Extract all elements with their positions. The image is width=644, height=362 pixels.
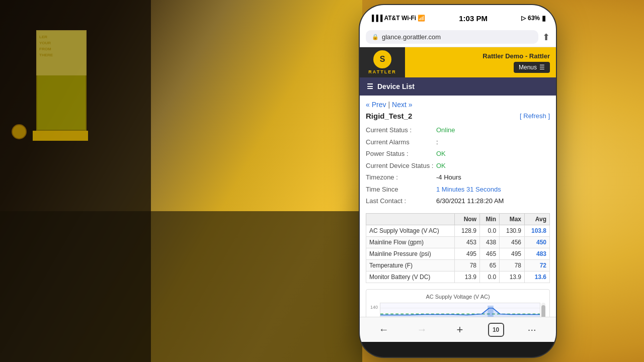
- url-text[interactable]: glance.gorattler.com: [382, 33, 441, 41]
- table-cell-avg: 103.8: [525, 225, 550, 236]
- current-alarms-row: Current Alarms :: [366, 137, 550, 147]
- refresh-link[interactable]: [ Refresh ]: [520, 112, 550, 120]
- battery-icon: ▮: [542, 14, 546, 22]
- current-status-value: Online: [436, 125, 455, 135]
- content-area: « Prev | Next » Rigid_Test_2 [ Refresh ]…: [360, 96, 556, 317]
- table-cell-label: Mainline Flow (gpm): [366, 236, 455, 248]
- logo-icon: S: [373, 50, 391, 68]
- power-status-label: Power Status :: [366, 149, 436, 159]
- signal-wifi-area: ▐▐▐ AT&T Wi-Fi 📶: [370, 15, 425, 22]
- tab-count-button[interactable]: 10: [488, 323, 504, 337]
- last-contact-row: Last Contact : 6/30/2021 11:28:20 AM: [366, 196, 550, 206]
- back-button[interactable]: ←: [374, 320, 394, 340]
- device-status-value: OK: [436, 161, 446, 171]
- current-alarms-value: :: [436, 137, 438, 147]
- status-bar: ▐▐▐ AT&T Wi-Fi 📶 1:03 PM ▷ 63% ▮: [360, 5, 556, 27]
- col-header-avg: Avg: [525, 213, 550, 225]
- table-cell-avg: 13.6: [525, 271, 550, 283]
- menus-label: Menus: [519, 64, 537, 71]
- time-since-row: Time Since 1 Minutes 31 Seconds: [366, 185, 550, 195]
- table-cell-now: 128.9: [455, 225, 480, 236]
- url-bar[interactable]: 🔒 glance.gorattler.com ⬆: [360, 27, 556, 47]
- power-status-row: Power Status : OK: [366, 149, 550, 159]
- current-status-label: Current Status :: [366, 125, 436, 135]
- chart-scroll-thumb: [541, 305, 545, 317]
- device-title-row: Rigid_Test_2 [ Refresh ]: [366, 112, 550, 120]
- forward-button[interactable]: →: [412, 320, 432, 340]
- device-list-title: Device List: [377, 82, 415, 90]
- col-header-label: [366, 213, 455, 225]
- url-input-area[interactable]: 🔒 glance.gorattler.com: [366, 30, 538, 44]
- table-cell-label: AC Supply Voltage (V AC): [366, 225, 455, 236]
- table-cell-label: Mainline Pressure (psi): [366, 248, 455, 259]
- hamburger-icon-2: ☰: [367, 82, 373, 90]
- table-cell-max: 13.9: [500, 271, 525, 283]
- demo-title: Rattler Demo - Rattler: [482, 52, 550, 60]
- prev-link[interactable]: « Prev: [366, 101, 386, 109]
- phone-frame: ▐▐▐ AT&T Wi-Fi 📶 1:03 PM ▷ 63% ▮ 🔒 glanc…: [360, 5, 556, 357]
- share-icon[interactable]: ⬆: [542, 32, 550, 43]
- battery-area: ▷ 63% ▮: [521, 14, 546, 22]
- table-cell-min: 0.0: [480, 271, 500, 283]
- table-cell-min: 465: [480, 248, 500, 259]
- header-right: Rattler Demo - Rattler Menus ☰: [405, 47, 556, 77]
- app-header: S RATTLER Rattler Demo - Rattler Menus ☰: [360, 47, 556, 77]
- menus-button[interactable]: Menus ☰: [514, 62, 550, 73]
- table-row: AC Supply Voltage (V AC) 128.9 0.0 130.9…: [366, 225, 550, 236]
- location-icon: ▷: [521, 15, 526, 22]
- device-list-header: ☰ Device List: [360, 77, 556, 96]
- chart-area: [380, 303, 540, 317]
- chart-container: AC Supply Voltage (V AC) 140 120 80: [366, 289, 550, 317]
- status-info-table: Current Status : Online Current Alarms :…: [366, 125, 550, 208]
- table-cell-now: 453: [455, 236, 480, 248]
- table-cell-now: 78: [455, 259, 480, 271]
- time-since-value: 1 Minutes 31 Seconds: [436, 185, 501, 195]
- lock-icon: 🔒: [372, 34, 379, 40]
- chart-svg: [380, 303, 540, 317]
- time-since-label: Time Since: [366, 185, 436, 195]
- table-cell-max: 78: [500, 259, 525, 271]
- table-row: Mainline Pressure (psi) 495 465 495 483: [366, 248, 550, 259]
- nav-links: « Prev | Next »: [366, 101, 550, 109]
- power-status-value: OK: [436, 149, 446, 159]
- hamburger-icon: ☰: [539, 64, 545, 71]
- table-cell-now: 13.9: [455, 271, 480, 283]
- more-button[interactable]: ···: [522, 320, 542, 340]
- chart-scrollbar[interactable]: [541, 303, 545, 317]
- chart-title: AC Supply Voltage (V AC): [370, 294, 545, 300]
- col-header-now: Now: [455, 213, 480, 225]
- time-display: 1:03 PM: [459, 14, 488, 23]
- table-header-row: Now Min Max Avg: [366, 213, 550, 225]
- last-contact-value: 6/30/2021 11:28:20 AM: [436, 196, 504, 206]
- timezone-label: Timezone :: [366, 172, 436, 183]
- table-cell-max: 495: [500, 248, 525, 259]
- battery-percent: 63%: [528, 15, 540, 22]
- carrier-label: AT&T Wi-Fi: [384, 15, 417, 22]
- wifi-icon: 📶: [418, 15, 425, 22]
- table-cell-avg: 483: [525, 248, 550, 259]
- next-link[interactable]: Next »: [392, 101, 412, 109]
- add-tab-button[interactable]: +: [450, 320, 470, 340]
- table-cell-min: 438: [480, 236, 500, 248]
- logo-area: S RATTLER: [360, 47, 405, 77]
- device-status-row: Current Device Status : OK: [366, 161, 550, 171]
- table-row: Temperature (F) 78 65 78 72: [366, 259, 550, 271]
- signal-bars-icon: ▐▐▐: [370, 15, 383, 22]
- table-cell-label: Temperature (F): [366, 259, 455, 271]
- table-cell-max: 130.9: [500, 225, 525, 236]
- table-cell-min: 0.0: [480, 225, 500, 236]
- svg-rect-5: [488, 305, 494, 317]
- table-cell-avg: 450: [525, 236, 550, 248]
- device-name: Rigid_Test_2: [366, 112, 412, 120]
- logo-name: RATTLER: [368, 69, 396, 74]
- device-status-label: Current Device Status :: [366, 161, 436, 171]
- nav-separator: |: [388, 101, 390, 109]
- last-contact-label: Last Contact :: [366, 196, 436, 206]
- current-alarms-label: Current Alarms: [366, 137, 436, 147]
- bottom-nav: ← → + 10 ···: [360, 317, 556, 342]
- col-header-max: Max: [500, 213, 525, 225]
- table-cell-label: Monitor Battery (V DC): [366, 271, 455, 283]
- col-header-min: Min: [480, 213, 500, 225]
- table-row: Mainline Flow (gpm) 453 438 456 450: [366, 236, 550, 248]
- data-table: Now Min Max Avg AC Supply Voltage (V AC)…: [366, 213, 550, 283]
